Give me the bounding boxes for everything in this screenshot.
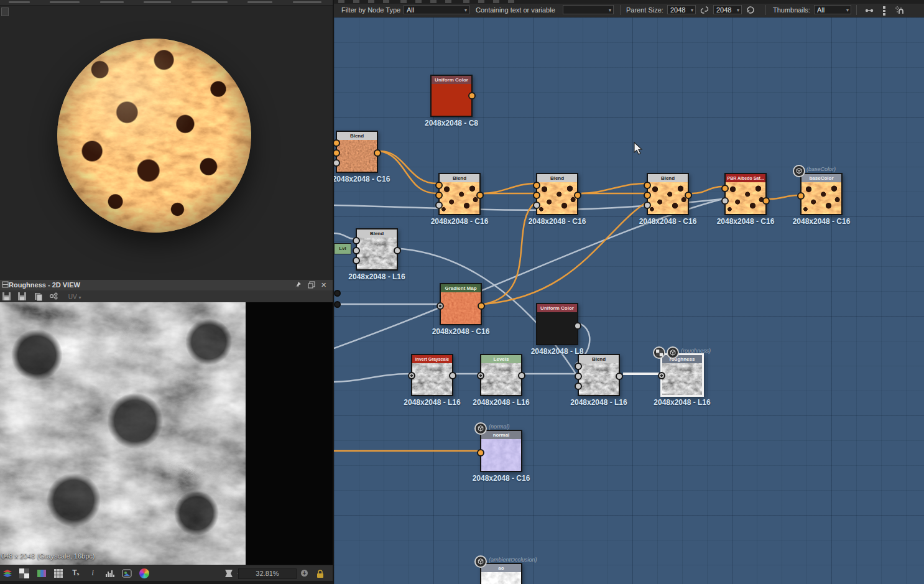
input-pin[interactable] xyxy=(353,237,360,244)
menu-stub[interactable] xyxy=(247,1,272,3)
input-pin[interactable] xyxy=(533,192,540,199)
menu-stub[interactable] xyxy=(293,1,321,3)
tiling-grid-icon[interactable] xyxy=(53,568,63,578)
input-pin[interactable] xyxy=(644,202,651,209)
node-thumbnail xyxy=(537,312,577,344)
output-pin[interactable] xyxy=(574,192,581,199)
input-pin[interactable] xyxy=(435,202,443,209)
node-uniform-color[interactable]: Uniform Color xyxy=(536,303,578,345)
input-pin[interactable] xyxy=(477,372,484,379)
image-view-icon[interactable] xyxy=(122,568,132,578)
close-icon[interactable]: ✕ xyxy=(320,281,328,289)
parent-height-dropdown[interactable]: 2048▾ xyxy=(713,5,742,14)
input-pin[interactable] xyxy=(721,185,729,192)
2d-viewport[interactable]: 048 x 2048 (Grayscale, 16bpc) xyxy=(0,302,333,566)
input-pin[interactable] xyxy=(437,302,444,310)
texture-filter-icon[interactable] xyxy=(224,568,234,578)
input-pin[interactable] xyxy=(658,372,665,379)
snap-align-icon[interactable] xyxy=(894,5,905,16)
node-uniform-color[interactable]: Uniform Color xyxy=(430,75,473,117)
filter-node-type-dropdown[interactable]: All▾ xyxy=(404,5,469,14)
alpha-checker-icon[interactable] xyxy=(19,568,29,578)
channels-layers-icon[interactable] xyxy=(2,568,12,578)
node-invert-grayscale[interactable]: Invert Grayscale xyxy=(411,354,453,396)
input-pin[interactable] xyxy=(435,192,443,199)
input-pin[interactable] xyxy=(533,202,540,209)
input-pin[interactable] xyxy=(644,182,651,189)
offscreen-node-pin[interactable] xyxy=(334,290,341,297)
output-pin[interactable] xyxy=(394,247,401,254)
node-pbr-albedo-safe[interactable]: PBR Albedo Saf... xyxy=(724,173,767,215)
node-levels-collapsed[interactable]: Lvl xyxy=(334,243,351,254)
node-output-basecolor[interactable]: baseColor xyxy=(800,173,843,215)
input-pin[interactable] xyxy=(353,257,360,264)
menu-stub[interactable] xyxy=(100,1,124,3)
menu-stub[interactable] xyxy=(144,1,171,3)
menu-stub[interactable] xyxy=(192,1,228,3)
input-pin[interactable] xyxy=(575,382,582,390)
link-output-icon[interactable] xyxy=(49,292,58,301)
link-size-icon[interactable] xyxy=(700,5,711,16)
node-blend[interactable]: Blend xyxy=(336,131,378,173)
output-pin[interactable] xyxy=(478,302,485,310)
input-pin[interactable] xyxy=(797,192,805,200)
output-pin[interactable] xyxy=(374,149,381,157)
node-thumbnail xyxy=(412,363,452,395)
node-blend[interactable]: Blend xyxy=(578,354,620,396)
containing-text-label: Containing text or variable xyxy=(476,6,555,14)
input-pin[interactable] xyxy=(533,182,540,189)
node-levels[interactable]: Levels xyxy=(480,354,522,396)
restore-window-icon[interactable] xyxy=(307,281,315,289)
histogram-icon[interactable] xyxy=(105,568,115,578)
3d-view-menubar[interactable] xyxy=(0,0,333,6)
pin-icon[interactable] xyxy=(293,281,302,289)
output-pin[interactable] xyxy=(574,322,581,330)
node-gradient-map[interactable]: Gradient Map xyxy=(440,283,482,325)
output-pin[interactable] xyxy=(518,372,525,379)
node-blend[interactable]: Blend xyxy=(536,173,578,215)
gradient-icon[interactable] xyxy=(37,568,47,578)
thumbnails-label: Thumbnails: xyxy=(773,6,810,14)
copy-image-icon[interactable] xyxy=(34,292,43,301)
input-pin[interactable] xyxy=(353,247,360,254)
input-pin[interactable] xyxy=(408,372,415,379)
output-pin[interactable] xyxy=(476,192,484,199)
input-pin[interactable] xyxy=(575,373,582,380)
parent-width-dropdown[interactable]: 2048▾ xyxy=(667,5,696,14)
output-pin[interactable] xyxy=(685,192,692,199)
input-pin[interactable] xyxy=(477,449,484,457)
node-graph-canvas[interactable]: Uniform Color 2048x2048 - C8 Blend 2048x… xyxy=(334,17,924,584)
node-output-normal[interactable]: normal xyxy=(480,430,522,472)
node-output-roughness[interactable]: roughness xyxy=(661,354,703,396)
save-image-icon[interactable] xyxy=(2,292,11,301)
output-pin[interactable] xyxy=(468,92,476,100)
offscreen-node-pin[interactable] xyxy=(334,301,341,308)
node-output-ao[interactable]: ao xyxy=(480,563,522,584)
zoom-in-button[interactable]: + xyxy=(301,570,308,577)
lock-icon[interactable] xyxy=(316,569,326,579)
node-blend[interactable]: Blend xyxy=(438,173,481,215)
containing-text-dropdown[interactable]: ▾ xyxy=(563,5,614,14)
input-pin[interactable] xyxy=(721,197,729,205)
input-pin[interactable] xyxy=(575,363,582,370)
input-pin[interactable] xyxy=(435,182,443,189)
thumbnails-dropdown[interactable]: All▾ xyxy=(814,5,851,14)
vertical-layout-icon[interactable] xyxy=(879,5,890,16)
node-blend[interactable]: Blend xyxy=(356,228,398,271)
save-as-icon[interactable] xyxy=(17,292,27,301)
reset-size-icon[interactable] xyxy=(746,5,757,16)
input-pin[interactable] xyxy=(644,192,651,199)
output-pin[interactable] xyxy=(616,373,623,380)
uv-mode-dropdown[interactable]: UV ▾ xyxy=(68,294,81,300)
text-size-icon[interactable]: Ts xyxy=(71,568,81,578)
output-pin[interactable] xyxy=(449,372,456,379)
menu-stub[interactable] xyxy=(9,1,30,3)
compact-nodes-icon[interactable] xyxy=(864,5,875,16)
output-pin[interactable] xyxy=(762,197,770,205)
menu-stub[interactable] xyxy=(50,1,80,3)
panel-toggle-icon[interactable] xyxy=(1,7,9,16)
color-wheel-icon[interactable] xyxy=(139,568,149,578)
material-preview-sphere[interactable] xyxy=(57,39,251,233)
node-blend[interactable]: Blend xyxy=(647,173,689,215)
info-icon[interactable]: i xyxy=(88,568,98,578)
